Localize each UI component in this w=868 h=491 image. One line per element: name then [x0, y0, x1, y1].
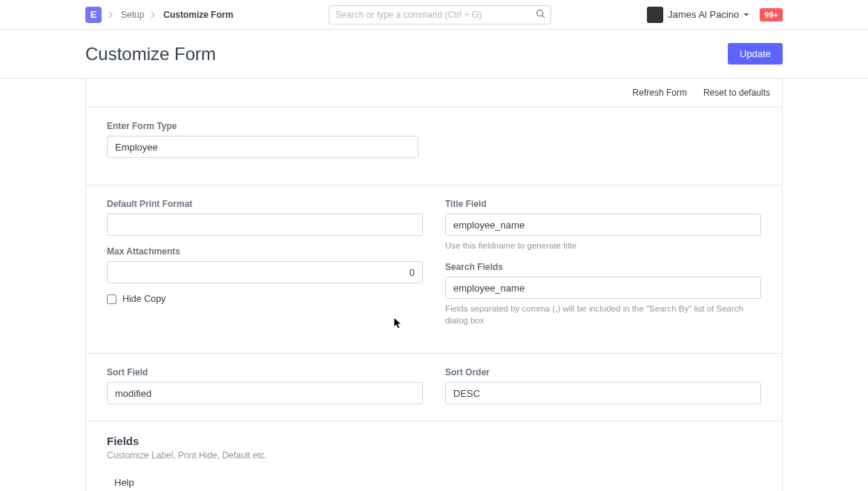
search-input[interactable]: [329, 5, 551, 24]
chevron-down-icon: [743, 13, 749, 16]
default-print-format-label: Default Print Format: [107, 199, 423, 209]
sort-field-label: Sort Field: [107, 367, 423, 378]
form-type-input[interactable]: [107, 136, 418, 158]
form-type-label: Enter Form Type: [107, 121, 761, 131]
title-field-label: Title Field: [445, 199, 761, 209]
search-fields-help: Fields separated by comma (,) will be in…: [445, 303, 761, 326]
sort-order-label: Sort Order: [445, 367, 761, 378]
update-button[interactable]: Update: [728, 43, 783, 65]
default-print-format-input[interactable]: [107, 214, 423, 236]
brand-logo[interactable]: E: [85, 7, 102, 23]
avatar: [647, 7, 663, 23]
fields-heading: Fields: [107, 435, 761, 447]
section-form-type: Enter Form Type: [86, 108, 782, 185]
reset-defaults-link[interactable]: Reset to defaults: [703, 88, 770, 98]
panel-toolbar: Refresh Form Reset to defaults: [86, 79, 782, 108]
sort-order-input[interactable]: [445, 382, 761, 404]
field-row-help[interactable]: Help: [107, 471, 761, 491]
user-name: James Al Pacino: [668, 9, 739, 20]
refresh-form-link[interactable]: Refresh Form: [633, 88, 687, 98]
search-wrap: [329, 5, 551, 24]
form-panel: Refresh Form Reset to defaults Enter For…: [85, 79, 783, 491]
max-attachments-label: Max Attachments: [107, 246, 423, 257]
navbar: E Setup Customize Form James Al Pacino 9…: [0, 0, 868, 30]
title-field-input[interactable]: [445, 214, 761, 236]
chevron-right-icon: [108, 11, 114, 19]
section-sort: Sort Field Sort Order: [86, 354, 782, 421]
navbar-inner: E Setup Customize Form James Al Pacino 9…: [85, 5, 783, 24]
hide-copy-checkbox[interactable]: [107, 294, 116, 304]
fields-subheading: Customize Label, Print Hide, Default etc…: [107, 450, 761, 461]
chevron-right-icon: [151, 11, 157, 19]
breadcrumb-setup[interactable]: Setup: [121, 10, 144, 20]
section-fields: Fields Customize Label, Print Hide, Defa…: [86, 421, 782, 491]
user-menu[interactable]: James Al Pacino: [647, 7, 749, 23]
hide-copy-label: Hide Copy: [122, 294, 165, 304]
max-attachments-input[interactable]: [107, 261, 423, 283]
section-defaults: Default Print Format Max Attachments Hid…: [86, 185, 782, 354]
title-field-help: Use this fieldname to generate title: [445, 240, 761, 251]
page-title: Customize Form: [85, 44, 728, 65]
page-header: Customize Form Update: [0, 30, 868, 79]
breadcrumb-current: Customize Form: [163, 10, 233, 20]
search-fields-label: Search Fields: [445, 262, 761, 272]
page-body: Refresh Form Reset to defaults Enter For…: [85, 79, 783, 491]
search-fields-input[interactable]: [445, 277, 761, 299]
sort-field-input[interactable]: [107, 382, 423, 404]
notification-badge[interactable]: 99+: [760, 8, 783, 22]
